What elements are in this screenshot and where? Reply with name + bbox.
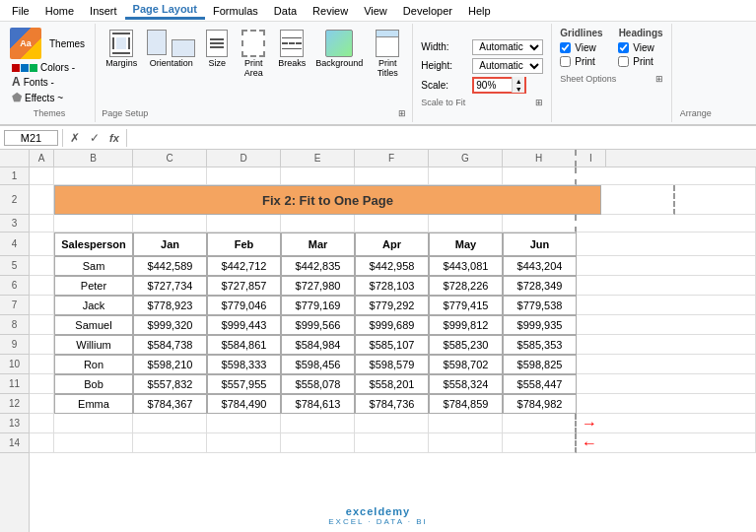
- height-select[interactable]: Automatic 1 page 2 pages: [472, 58, 543, 74]
- scale-down-btn[interactable]: ▼: [513, 85, 524, 93]
- cell-h5[interactable]: $443,204: [503, 256, 577, 276]
- cell-f9[interactable]: $585,107: [355, 335, 429, 355]
- cell-i2[interactable]: [675, 185, 756, 215]
- col-header-e[interactable]: E: [281, 150, 355, 166]
- cell-f8[interactable]: $999,689: [355, 315, 429, 335]
- cell-b8[interactable]: Samuel: [54, 315, 133, 335]
- cell-b5[interactable]: Sam: [54, 256, 133, 276]
- cell-g4-header[interactable]: May: [429, 233, 503, 256]
- cell-c5[interactable]: $442,589: [133, 256, 207, 276]
- cell-d3[interactable]: [207, 215, 281, 233]
- row-header-8[interactable]: 8: [0, 315, 29, 335]
- col-header-g[interactable]: G: [429, 150, 503, 166]
- cell-e5[interactable]: $442,835: [281, 256, 355, 276]
- col-header-f[interactable]: F: [355, 150, 429, 166]
- print-area-button[interactable]: Print Area: [235, 28, 272, 80]
- cell-g3[interactable]: [429, 215, 503, 233]
- row-header-14[interactable]: 14: [0, 433, 29, 453]
- headings-view-checkbox[interactable]: [618, 42, 629, 53]
- row-header-2[interactable]: 2: [0, 185, 29, 215]
- cell-reference-box[interactable]: M21: [4, 130, 58, 146]
- cell-c6[interactable]: $727,734: [133, 276, 207, 296]
- menu-review[interactable]: Review: [305, 3, 356, 19]
- col-header-c[interactable]: C: [133, 150, 207, 166]
- row-header-13[interactable]: 13: [0, 414, 29, 433]
- col-header-d[interactable]: D: [207, 150, 281, 166]
- fonts-button[interactable]: A Fonts -: [10, 74, 89, 90]
- menu-data[interactable]: Data: [266, 3, 305, 19]
- cell-h2[interactable]: [601, 185, 675, 215]
- cell-g10[interactable]: $598,702: [429, 355, 503, 374]
- menu-view[interactable]: View: [356, 3, 395, 19]
- row-header-1[interactable]: 1: [0, 167, 29, 185]
- cell-e9[interactable]: $584,984: [281, 335, 355, 355]
- function-icon[interactable]: fx: [106, 132, 122, 144]
- cell-c12[interactable]: $784,367: [133, 394, 207, 414]
- cell-h1[interactable]: [503, 167, 577, 185]
- effects-button[interactable]: ⬟ Effects ~: [10, 90, 89, 105]
- cell-i3[interactable]: [577, 215, 756, 233]
- size-button[interactable]: Size: [201, 28, 233, 70]
- colors-button[interactable]: Colors -: [10, 61, 89, 74]
- cell-e8[interactable]: $999,566: [281, 315, 355, 335]
- cell-f12[interactable]: $784,736: [355, 394, 429, 414]
- cancel-icon[interactable]: ✗: [67, 131, 83, 145]
- cell-b1[interactable]: [54, 167, 133, 185]
- cell-h12[interactable]: $784,982: [503, 394, 577, 414]
- cell-f11[interactable]: $558,201: [355, 374, 429, 394]
- cell-e11[interactable]: $558,078: [281, 374, 355, 394]
- cell-c3[interactable]: [133, 215, 207, 233]
- col-header-a[interactable]: A: [30, 150, 54, 166]
- cell-i4[interactable]: [577, 233, 756, 256]
- gridlines-print-checkbox[interactable]: [560, 56, 571, 67]
- cell-e6[interactable]: $727,980: [281, 276, 355, 296]
- cell-h3[interactable]: [503, 215, 577, 233]
- cell-c4-header[interactable]: Jan: [133, 233, 207, 256]
- orientation-button[interactable]: Orientation: [143, 28, 199, 70]
- cell-c7[interactable]: $778,923: [133, 296, 207, 315]
- cell-h11[interactable]: $558,447: [503, 374, 577, 394]
- row-header-10[interactable]: 10: [0, 355, 29, 374]
- cell-b6[interactable]: Peter: [54, 276, 133, 296]
- menu-formulas[interactable]: Formulas: [205, 3, 266, 19]
- row-header-7[interactable]: 7: [0, 296, 29, 315]
- cell-a4[interactable]: [30, 233, 54, 256]
- row-header-4[interactable]: 4: [0, 233, 29, 256]
- cell-e3[interactable]: [281, 215, 355, 233]
- cell-g5[interactable]: $443,081: [429, 256, 503, 276]
- cell-h8[interactable]: $999,935: [503, 315, 577, 335]
- cell-f6[interactable]: $728,103: [355, 276, 429, 296]
- scale-dialog-icon[interactable]: ⊞: [535, 98, 543, 107]
- formula-input[interactable]: [131, 131, 752, 145]
- cell-c11[interactable]: $557,832: [133, 374, 207, 394]
- gridlines-view-checkbox[interactable]: [560, 42, 571, 53]
- cell-h10[interactable]: $598,825: [503, 355, 577, 374]
- cell-b4-header[interactable]: Salesperson: [54, 233, 133, 256]
- cell-i1[interactable]: [577, 167, 756, 185]
- themes-button[interactable]: Themes: [45, 36, 89, 51]
- cell-a3[interactable]: [30, 215, 54, 233]
- cell-d10[interactable]: $598,333: [207, 355, 281, 374]
- cell-d6[interactable]: $727,857: [207, 276, 281, 296]
- menu-page-layout[interactable]: Page Layout: [125, 1, 205, 20]
- cell-h7[interactable]: $779,538: [503, 296, 577, 315]
- scale-input[interactable]: [474, 80, 512, 91]
- row-header-11[interactable]: 11: [0, 374, 29, 394]
- cell-b9[interactable]: Willium: [54, 335, 133, 355]
- cell-g8[interactable]: $999,812: [429, 315, 503, 335]
- cell-b12[interactable]: Emma: [54, 394, 133, 414]
- row-header-3[interactable]: 3: [0, 215, 29, 233]
- cell-d7[interactable]: $779,046: [207, 296, 281, 315]
- menu-developer[interactable]: Developer: [395, 3, 460, 19]
- menu-home[interactable]: Home: [37, 3, 82, 19]
- cell-f4-header[interactable]: Apr: [355, 233, 429, 256]
- cell-b7[interactable]: Jack: [54, 296, 133, 315]
- row-header-12[interactable]: 12: [0, 394, 29, 414]
- cell-b11[interactable]: Bob: [54, 374, 133, 394]
- cell-d11[interactable]: $557,955: [207, 374, 281, 394]
- cell-c8[interactable]: $999,320: [133, 315, 207, 335]
- cell-c9[interactable]: $584,738: [133, 335, 207, 355]
- cell-g9[interactable]: $585,230: [429, 335, 503, 355]
- col-header-i[interactable]: I: [577, 150, 606, 166]
- sheet-options-dialog-icon[interactable]: ⊞: [655, 74, 663, 84]
